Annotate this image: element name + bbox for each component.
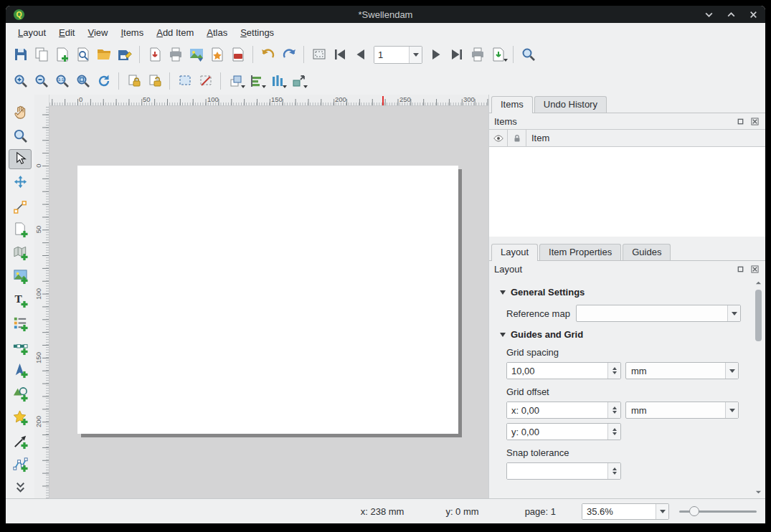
select-move-item-button[interactable] (9, 149, 32, 170)
menu-add-item[interactable]: Add Item (150, 25, 200, 40)
layout-canvas[interactable] (49, 106, 488, 498)
add-marker-button[interactable] (9, 407, 32, 428)
layout-dock-float-button[interactable] (735, 264, 746, 275)
maximize-button[interactable] (727, 10, 736, 19)
add-label-button[interactable]: T (9, 290, 32, 310)
atlas-last-feature-button[interactable] (446, 44, 467, 65)
zoom-slider[interactable] (679, 504, 757, 518)
grid-offset-x-input[interactable] (507, 402, 607, 418)
grid-spacing-input[interactable] (507, 363, 607, 379)
add-picture-button[interactable] (9, 266, 32, 287)
zoom-level-input[interactable] (582, 504, 656, 519)
pan-layout-button[interactable] (9, 102, 32, 123)
atlas-previous-feature-button[interactable] (350, 44, 371, 65)
resize-selected-items-button[interactable] (288, 71, 308, 92)
undo-button[interactable] (257, 44, 278, 65)
tab-items[interactable]: Items (491, 96, 533, 113)
zoom-in-button[interactable] (10, 71, 31, 92)
horizontal-ruler[interactable]: 0 50 100 150 200 250 300 (49, 95, 488, 106)
preview-atlas-button[interactable] (308, 44, 329, 65)
layout-dock-close-button[interactable] (749, 264, 760, 275)
duplicate-layout-button[interactable] (31, 44, 52, 65)
scrollbar-thumb[interactable] (755, 290, 762, 341)
menu-layout[interactable]: Layout (11, 25, 52, 40)
zoom-slider-thumb[interactable] (689, 506, 699, 516)
zoom-full-button[interactable] (72, 71, 93, 92)
export-pdf-button[interactable] (227, 44, 248, 65)
export-atlas-button[interactable] (488, 44, 509, 65)
grid-offset-x-spin-buttons[interactable] (607, 402, 620, 418)
menu-atlas[interactable]: Atlas (200, 25, 234, 40)
distribute-selected-items-button[interactable] (267, 71, 288, 92)
snap-tolerance-spinbox[interactable] (506, 462, 621, 480)
zoom-level-combobox[interactable] (582, 503, 669, 520)
atlas-feature-input[interactable] (374, 47, 409, 63)
atlas-next-feature-button[interactable] (425, 44, 446, 65)
grid-offset-unit-combobox[interactable]: mm (625, 402, 739, 419)
atlas-settings-button[interactable] (518, 44, 539, 65)
guides-grid-section[interactable]: Guides and Grid (500, 329, 741, 340)
grid-spacing-spin-buttons[interactable] (607, 363, 620, 379)
tab-undo-history[interactable]: Undo History (534, 96, 607, 113)
refresh-view-button[interactable] (93, 71, 114, 92)
tab-layout[interactable]: Layout (491, 244, 538, 261)
layout-panel-scrollbar[interactable] (754, 278, 763, 497)
general-settings-section[interactable]: General Settings (500, 287, 741, 298)
layout-page[interactable] (77, 166, 458, 434)
export-svg-button[interactable] (207, 44, 227, 65)
items-dock-close-button[interactable] (749, 116, 760, 127)
grid-offset-y-spin-buttons[interactable] (607, 424, 620, 440)
grid-offset-unit-dropdown-button[interactable] (725, 402, 738, 418)
grid-offset-y-spinbox[interactable] (506, 423, 621, 440)
vertical-ruler[interactable]: 0 50 100 150 200 (34, 106, 49, 498)
add-items-from-template-button[interactable] (144, 44, 165, 65)
tab-item-properties[interactable]: Item Properties (539, 244, 621, 260)
add-node-item-button[interactable] (9, 454, 32, 475)
print-button[interactable] (165, 44, 186, 65)
reference-map-combobox[interactable] (576, 305, 741, 322)
add-arrow-button[interactable] (9, 431, 32, 452)
grid-spacing-spinbox[interactable] (506, 362, 621, 379)
tab-guides[interactable]: Guides (623, 244, 671, 260)
add-map-button[interactable] (9, 243, 32, 264)
redo-button[interactable] (278, 44, 299, 65)
titlebar[interactable]: Q *Swellendam (6, 6, 765, 23)
more-tools-button[interactable] (9, 478, 32, 498)
add-north-arrow-button[interactable] (9, 360, 32, 381)
layout-manager-button[interactable] (72, 44, 93, 65)
save-as-template-button[interactable] (114, 44, 135, 65)
add-legend-button[interactable] (9, 313, 32, 334)
atlas-feature-spinbox[interactable] (374, 46, 422, 64)
grid-offset-x-spinbox[interactable] (506, 402, 621, 419)
minimize-button[interactable] (704, 10, 714, 19)
lock-column-header[interactable] (508, 130, 526, 146)
grid-offset-y-input[interactable] (507, 424, 607, 440)
zoom-actual-size-button[interactable]: 1:1 (52, 71, 72, 92)
snap-tolerance-spin-buttons[interactable] (607, 463, 620, 479)
close-button[interactable] (749, 10, 758, 19)
raise-selected-items-button[interactable] (225, 71, 246, 92)
scroll-down-icon[interactable] (755, 489, 762, 495)
items-dock-float-button[interactable] (735, 116, 746, 127)
export-image-button[interactable] (186, 44, 207, 65)
items-list[interactable] (489, 147, 765, 237)
menu-view[interactable]: View (81, 25, 114, 40)
zoom-tool-button[interactable] (9, 125, 32, 146)
deselect-all-items-button[interactable] (195, 71, 216, 92)
item-column-header[interactable]: Item (526, 130, 765, 146)
new-layout-button[interactable] (52, 44, 72, 65)
grid-spacing-unit-combobox[interactable]: mm (625, 362, 739, 379)
menu-settings[interactable]: Settings (234, 25, 280, 40)
zoom-out-button[interactable] (31, 71, 52, 92)
edit-nodes-item-button[interactable] (9, 196, 32, 217)
align-selected-items-button[interactable] (246, 71, 267, 92)
menu-edit[interactable]: Edit (52, 25, 81, 40)
open-template-button[interactable] (93, 44, 114, 65)
print-atlas-button[interactable] (467, 44, 488, 65)
move-item-content-button[interactable] (9, 172, 32, 193)
lock-selected-items-button[interactable] (123, 71, 144, 92)
add-scalebar-button[interactable] (9, 337, 32, 358)
grid-spacing-unit-dropdown-button[interactable] (725, 363, 738, 379)
menu-items[interactable]: Items (114, 25, 150, 40)
add-shape-button[interactable] (9, 384, 32, 404)
